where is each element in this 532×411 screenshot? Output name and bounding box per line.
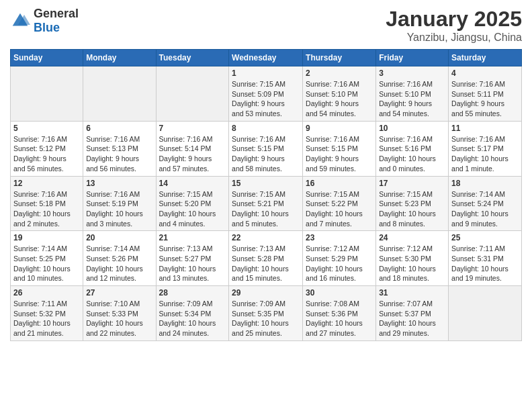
day-number: 31 [379, 288, 445, 298]
day-info: Sunrise: 7:14 AMSunset: 5:25 PMDaylight:… [13, 244, 80, 283]
day-info: Sunrise: 7:10 AMSunset: 5:33 PMDaylight:… [86, 299, 152, 338]
day-info: Sunrise: 7:11 AMSunset: 5:31 PMDaylight:… [451, 244, 519, 283]
calendar-cell: 3Sunrise: 7:16 AMSunset: 5:10 PMDaylight… [376, 66, 449, 122]
day-info: Sunrise: 7:12 AMSunset: 5:29 PMDaylight:… [306, 244, 373, 283]
day-number: 26 [13, 288, 80, 298]
col-friday: Friday [376, 50, 449, 66]
calendar-week-row: 5Sunrise: 7:16 AMSunset: 5:12 PMDaylight… [11, 121, 522, 176]
day-info: Sunrise: 7:16 AMSunset: 5:14 PMDaylight:… [159, 134, 226, 174]
day-info: Sunrise: 7:15 AMSunset: 5:23 PMDaylight:… [379, 189, 445, 229]
day-info: Sunrise: 7:16 AMSunset: 5:18 PMDaylight:… [13, 189, 80, 229]
page-container: General Blue January 2025 Yanzibu, Jiang… [0, 0, 532, 348]
day-info: Sunrise: 7:08 AMSunset: 5:36 PMDaylight:… [306, 299, 373, 338]
day-info: Sunrise: 7:07 AMSunset: 5:37 PMDaylight:… [379, 299, 445, 338]
day-number: 2 [306, 68, 373, 78]
calendar-cell: 4Sunrise: 7:16 AMSunset: 5:11 PMDaylight… [449, 66, 522, 122]
day-info: Sunrise: 7:15 AMSunset: 5:21 PMDaylight:… [232, 189, 300, 229]
calendar-cell: 10Sunrise: 7:16 AMSunset: 5:16 PMDayligh… [376, 121, 449, 176]
calendar-cell: 30Sunrise: 7:08 AMSunset: 5:36 PMDayligh… [303, 286, 376, 341]
day-number: 27 [86, 288, 152, 298]
calendar-cell: 5Sunrise: 7:16 AMSunset: 5:12 PMDaylight… [11, 121, 83, 176]
day-number: 16 [306, 179, 373, 188]
day-number: 22 [232, 233, 300, 242]
calendar-cell: 12Sunrise: 7:16 AMSunset: 5:18 PMDayligh… [11, 176, 83, 231]
calendar-cell: 28Sunrise: 7:09 AMSunset: 5:34 PMDayligh… [156, 286, 229, 341]
calendar-cell: 17Sunrise: 7:15 AMSunset: 5:23 PMDayligh… [376, 176, 449, 231]
day-info: Sunrise: 7:15 AMSunset: 5:09 PMDaylight:… [232, 79, 300, 119]
calendar-cell: 18Sunrise: 7:14 AMSunset: 5:24 PMDayligh… [449, 176, 522, 231]
day-number: 11 [451, 124, 519, 133]
day-number: 24 [379, 233, 445, 242]
calendar-cell: 14Sunrise: 7:15 AMSunset: 5:20 PMDayligh… [156, 176, 229, 231]
calendar-cell: 1Sunrise: 7:15 AMSunset: 5:09 PMDaylight… [229, 66, 303, 122]
day-info: Sunrise: 7:16 AMSunset: 5:10 PMDaylight:… [379, 79, 445, 119]
calendar-cell: 9Sunrise: 7:16 AMSunset: 5:15 PMDaylight… [303, 121, 376, 176]
day-info: Sunrise: 7:13 AMSunset: 5:27 PMDaylight:… [159, 244, 226, 283]
col-monday: Monday [83, 50, 156, 66]
day-info: Sunrise: 7:16 AMSunset: 5:16 PMDaylight:… [379, 134, 445, 174]
calendar-cell: 25Sunrise: 7:11 AMSunset: 5:31 PMDayligh… [449, 231, 522, 286]
col-wednesday: Wednesday [229, 50, 303, 66]
day-number: 10 [379, 124, 445, 133]
day-info: Sunrise: 7:16 AMSunset: 5:10 PMDaylight:… [306, 79, 373, 119]
calendar-cell: 6Sunrise: 7:16 AMSunset: 5:13 PMDaylight… [83, 121, 156, 176]
calendar-cell [83, 66, 156, 122]
calendar-table: Sunday Monday Tuesday Wednesday Thursday… [10, 49, 522, 341]
day-number: 7 [159, 124, 226, 133]
logo: General Blue [10, 7, 79, 35]
calendar-cell: 20Sunrise: 7:14 AMSunset: 5:26 PMDayligh… [83, 231, 156, 286]
day-info: Sunrise: 7:14 AMSunset: 5:24 PMDaylight:… [451, 189, 519, 229]
day-info: Sunrise: 7:12 AMSunset: 5:30 PMDaylight:… [379, 244, 445, 283]
day-number: 28 [159, 288, 226, 298]
calendar-cell: 27Sunrise: 7:10 AMSunset: 5:33 PMDayligh… [83, 286, 156, 341]
day-number: 30 [306, 288, 373, 298]
day-info: Sunrise: 7:16 AMSunset: 5:11 PMDaylight:… [451, 79, 519, 119]
day-number: 9 [306, 124, 373, 133]
calendar-cell: 8Sunrise: 7:16 AMSunset: 5:15 PMDaylight… [229, 121, 303, 176]
calendar-cell: 24Sunrise: 7:12 AMSunset: 5:30 PMDayligh… [376, 231, 449, 286]
calendar-cell: 11Sunrise: 7:16 AMSunset: 5:17 PMDayligh… [449, 121, 522, 176]
day-info: Sunrise: 7:16 AMSunset: 5:12 PMDaylight:… [13, 134, 80, 174]
day-number: 1 [232, 68, 300, 78]
day-number: 5 [13, 124, 80, 133]
calendar-week-row: 12Sunrise: 7:16 AMSunset: 5:18 PMDayligh… [11, 176, 522, 231]
day-info: Sunrise: 7:14 AMSunset: 5:26 PMDaylight:… [86, 244, 152, 283]
calendar-cell: 15Sunrise: 7:15 AMSunset: 5:21 PMDayligh… [229, 176, 303, 231]
day-number: 13 [86, 179, 152, 188]
logo-text: General Blue [34, 7, 79, 35]
day-info: Sunrise: 7:13 AMSunset: 5:28 PMDaylight:… [232, 244, 300, 283]
day-info: Sunrise: 7:16 AMSunset: 5:13 PMDaylight:… [86, 134, 152, 174]
col-thursday: Thursday [303, 50, 376, 66]
location: Yanzibu, Jiangsu, China [386, 32, 522, 44]
day-number: 15 [232, 179, 300, 188]
day-number: 20 [86, 233, 152, 242]
calendar-week-row: 1Sunrise: 7:15 AMSunset: 5:09 PMDaylight… [11, 66, 522, 122]
calendar-cell: 31Sunrise: 7:07 AMSunset: 5:37 PMDayligh… [376, 286, 449, 341]
calendar-week-row: 26Sunrise: 7:11 AMSunset: 5:32 PMDayligh… [11, 286, 522, 341]
day-info: Sunrise: 7:11 AMSunset: 5:32 PMDaylight:… [13, 299, 80, 338]
day-number: 23 [306, 233, 373, 242]
calendar-cell: 21Sunrise: 7:13 AMSunset: 5:27 PMDayligh… [156, 231, 229, 286]
logo-blue-text: Blue [34, 21, 79, 35]
day-info: Sunrise: 7:15 AMSunset: 5:20 PMDaylight:… [159, 189, 226, 229]
day-info: Sunrise: 7:16 AMSunset: 5:15 PMDaylight:… [232, 134, 300, 174]
day-number: 17 [379, 179, 445, 188]
day-number: 18 [451, 179, 519, 188]
day-info: Sunrise: 7:16 AMSunset: 5:19 PMDaylight:… [86, 189, 152, 229]
calendar-header-row: Sunday Monday Tuesday Wednesday Thursday… [11, 50, 522, 66]
day-number: 12 [13, 179, 80, 188]
day-number: 29 [232, 288, 300, 298]
col-sunday: Sunday [11, 50, 83, 66]
day-number: 19 [13, 233, 80, 242]
day-number: 21 [159, 233, 226, 242]
day-number: 25 [451, 233, 519, 242]
day-info: Sunrise: 7:16 AMSunset: 5:15 PMDaylight:… [306, 134, 373, 174]
calendar-cell: 22Sunrise: 7:13 AMSunset: 5:28 PMDayligh… [229, 231, 303, 286]
day-number: 4 [451, 68, 519, 78]
calendar-cell [11, 66, 83, 122]
calendar-cell: 23Sunrise: 7:12 AMSunset: 5:29 PMDayligh… [303, 231, 376, 286]
title-area: January 2025 Yanzibu, Jiangsu, China [386, 7, 522, 44]
month-title: January 2025 [386, 7, 522, 32]
calendar-cell [449, 286, 522, 341]
logo-icon [10, 11, 30, 31]
